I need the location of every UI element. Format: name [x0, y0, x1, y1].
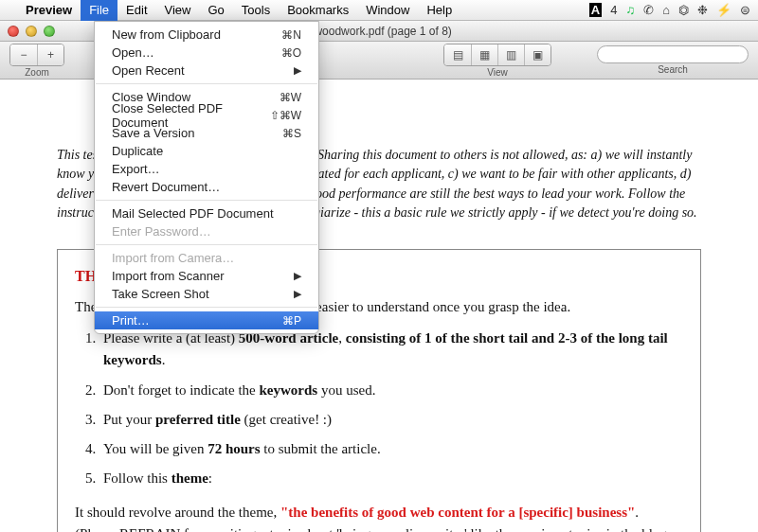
zoom-in-button[interactable]: +: [37, 44, 63, 65]
wifi-icon[interactable]: ⊜: [740, 3, 750, 17]
view-label: View: [487, 67, 508, 78]
menu-bookmarks[interactable]: Bookmarks: [279, 0, 357, 21]
location-icon[interactable]: ⌂: [662, 3, 670, 17]
menu-item-revert-document[interactable]: Revert Document…: [95, 178, 318, 196]
menu-item-import-from-scanner[interactable]: Import from Scanner▶: [95, 267, 318, 285]
menu-item-import-from-camera: Import from Camera…: [95, 249, 318, 267]
submenu-arrow-icon: ▶: [294, 288, 301, 300]
view-mode-sheet[interactable]: ▣: [524, 44, 550, 65]
search-input[interactable]: [597, 45, 749, 63]
list-item: You will be given 72 hours to submit the…: [99, 438, 683, 460]
adobe-icon[interactable]: A: [589, 3, 602, 17]
battery-icon[interactable]: ⚡: [716, 3, 731, 17]
app-name[interactable]: Preview: [17, 0, 81, 21]
file-menu-dropdown: New from Clipboard⌘NOpen…⌘OOpen Recent▶C…: [94, 21, 319, 334]
list-item: Please write a (at least) 500-word artic…: [99, 328, 683, 372]
view-mode-page[interactable]: ▥: [497, 44, 524, 65]
menu-item-export[interactable]: Export…: [95, 160, 318, 178]
close-button[interactable]: [8, 26, 19, 37]
menu-view[interactable]: View: [156, 0, 200, 21]
menu-item-duplicate[interactable]: Duplicate: [95, 142, 318, 160]
menu-item-open[interactable]: Open…⌘O: [95, 44, 318, 62]
search-group: 🔍 Search: [597, 45, 749, 75]
theme-quote: "the benefits of good web content for a …: [280, 505, 635, 520]
menu-item-take-screen-shot[interactable]: Take Screen Shot▶: [95, 285, 318, 303]
view-group: ▤ ▦ ▥ ▣ View: [443, 44, 551, 78]
zoom-group: − + Zoom: [9, 44, 64, 78]
list-item: Put your preferred title (get creative! …: [99, 409, 683, 431]
submenu-arrow-icon: ▶: [294, 64, 301, 77]
bluetooth-icon[interactable]: ❉: [697, 3, 708, 17]
menu-item-open-recent[interactable]: Open Recent▶: [95, 62, 318, 80]
sync-icon[interactable]: ⏣: [678, 3, 689, 17]
menu-go[interactable]: Go: [199, 0, 232, 21]
menu-tools[interactable]: Tools: [233, 0, 279, 21]
phone-icon[interactable]: ✆: [643, 3, 654, 17]
menu-window[interactable]: Window: [357, 0, 418, 21]
zoom-out-button[interactable]: −: [10, 44, 37, 65]
search-label: Search: [658, 64, 688, 75]
menu-item-enter-password: Enter Password…: [95, 222, 318, 240]
menu-item-print[interactable]: Print…⌘P: [95, 311, 318, 329]
list-item: Follow this theme:: [99, 468, 683, 489]
submenu-arrow-icon: ▶: [294, 270, 301, 282]
instruction-list: Please write a (at least) 500-word artic…: [75, 328, 683, 490]
zoom-button[interactable]: [44, 26, 55, 37]
view-mode-content[interactable]: ▤: [444, 44, 471, 65]
theme-paragraph: It should revolve around the theme, "the…: [75, 502, 683, 532]
menubar-status-area: A 4 ♫ ✆ ⌂ ⏣ ❉ ⚡ ⊜: [589, 3, 750, 17]
menu-item-new-from-clipboard[interactable]: New from Clipboard⌘N: [95, 26, 318, 44]
menu-edit[interactable]: Edit: [117, 0, 155, 21]
window-title-text: woodwork.pdf (page 1 of 8): [314, 25, 451, 38]
menu-file[interactable]: File: [81, 0, 117, 21]
minimize-button[interactable]: [26, 26, 37, 37]
view-mode-thumbs[interactable]: ▦: [471, 44, 497, 65]
itunes-icon[interactable]: ♫: [625, 3, 635, 17]
status-number[interactable]: 4: [610, 3, 617, 17]
zoom-label: Zoom: [25, 67, 49, 78]
window-controls: [8, 26, 55, 37]
system-menubar: Preview File Edit View Go Tools Bookmark…: [0, 0, 758, 21]
menu-item-close-selected-pdf-document[interactable]: Close Selected PDF Document⇧⌘W: [95, 106, 318, 124]
menu-item-mail-selected-pdf-document[interactable]: Mail Selected PDF Document: [95, 204, 318, 222]
list-item: Don't forget to indicate the keywords yo…: [99, 380, 683, 401]
menu-help[interactable]: Help: [418, 0, 460, 21]
